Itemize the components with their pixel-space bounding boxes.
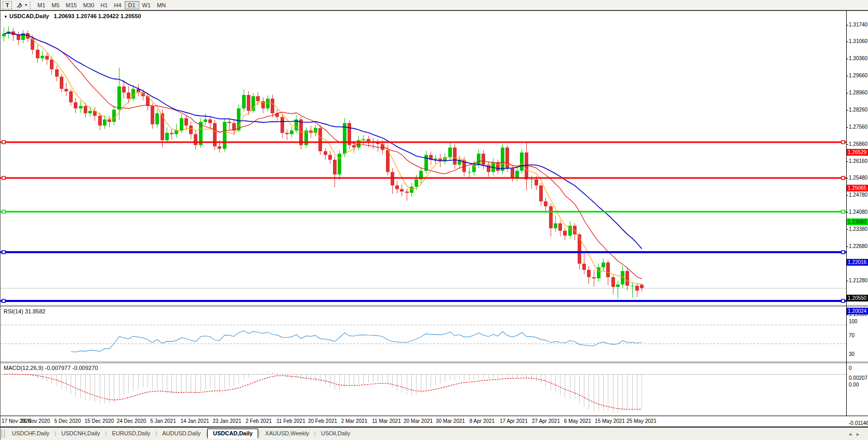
date-tick-label: 24 Dec 2020 xyxy=(117,418,146,424)
rsi-chart-canvas[interactable] xyxy=(1,307,846,362)
symbol-dropdown-icon[interactable]: ▼ xyxy=(4,15,8,19)
date-tick-label: 2 Feb 2021 xyxy=(246,418,272,424)
price-tick-label: 1.21280 xyxy=(849,278,867,283)
chart-symbol-label: USDCAD,Daily xyxy=(9,13,49,19)
chart-tab-bar: USDCHF,Daily|USDCNH,Daily|EURUSD,Daily|A… xyxy=(1,427,868,440)
rsi-axis-label: 30 xyxy=(849,351,854,357)
chart-tab-usdcnh[interactable]: USDCNH,Daily xyxy=(56,429,105,438)
timeframe-button-m1[interactable]: M1 xyxy=(34,1,48,9)
date-tick-label: 26 Nov 2020 xyxy=(21,418,50,424)
cursor-arrows-icon xyxy=(16,2,24,9)
chart-tab-usdchf[interactable]: USDCHF,Daily xyxy=(7,429,55,438)
hline-price-tag: 1.25065 xyxy=(847,185,868,191)
price-tick-label: 1.22680 xyxy=(849,243,867,249)
macd-label: MACD(12,26,9) -0.007977 -0.009270 xyxy=(4,365,98,371)
toolbar-grip xyxy=(30,2,32,9)
date-tick-label: 15 Dec 2020 xyxy=(85,418,114,424)
chart-quote-values: 1.20693 1.20746 1.20422 1.20550 xyxy=(54,13,141,19)
text-tool-button[interactable]: T xyxy=(3,1,12,9)
chart-window: ▼ USDCAD,Daily 1.20693 1.20746 1.20422 1… xyxy=(1,10,868,427)
date-tick-label: 2 Mar 2021 xyxy=(341,418,368,424)
tab-scroll-buttons: ◂▸ xyxy=(849,431,864,437)
date-tick-label: 6 May 2021 xyxy=(564,418,591,424)
macd-axis-label: -0.011462 xyxy=(849,420,868,426)
timeframe-button-m30[interactable]: M30 xyxy=(80,1,97,9)
macd-chart-canvas[interactable] xyxy=(1,363,846,416)
bid-price-tag: 1.20550 xyxy=(847,295,868,301)
rsi-label: RSI(14) 31.8582 xyxy=(4,308,46,314)
price-tick-label: 1.31060 xyxy=(849,38,867,44)
macd-indicator-panel[interactable]: MACD(12,26,9) -0.007977 -0.009270 xyxy=(1,363,847,416)
timeframe-button-h1[interactable]: H1 xyxy=(97,1,111,9)
rsi-axis-label: 100 xyxy=(849,319,858,324)
macd-axis-label: 0.002074 xyxy=(849,375,868,381)
date-tick-label: 14 Jan 2021 xyxy=(180,418,209,424)
date-tick-label: 5 Dec 2020 xyxy=(54,418,81,424)
chart-tab-usdcad[interactable]: USDCAD,Daily xyxy=(207,429,258,438)
date-tick-label: 25 May 2021 xyxy=(626,418,657,424)
hline-price-tag: 1.22016 xyxy=(847,259,868,266)
rsi-axis-label: 70 xyxy=(849,333,854,338)
timeframe-button-m15[interactable]: M15 xyxy=(63,1,80,9)
date-tick-label: 27 Apr 2021 xyxy=(532,418,560,424)
timeframe-button-h4[interactable]: H4 xyxy=(111,1,124,9)
date-axis[interactable]: 17 Nov 202026 Nov 20205 Dec 202015 Dec 2… xyxy=(1,416,868,427)
price-tick-label: 1.24780 xyxy=(849,192,867,198)
timeframe-button-w1[interactable]: W1 xyxy=(139,1,154,9)
rsi-indicator-panel[interactable]: RSI(14) 31.8582 xyxy=(1,307,847,362)
chart-tab-eurusd[interactable]: EURUSD,Daily xyxy=(106,429,155,438)
date-tick-label: 8 Apr 2021 xyxy=(470,418,495,424)
trading-app-window: T ▾ M1M5M15M30H1H4D1W1MN ▼ USDCAD,Daily … xyxy=(0,0,868,440)
price-tick-label: 1.23380 xyxy=(849,226,867,232)
dropdown-caret-icon: ▾ xyxy=(25,3,27,7)
timeframe-button-m5[interactable]: M5 xyxy=(48,1,62,9)
tab-scroll-left-icon[interactable]: ◂ xyxy=(849,431,857,437)
candlestick-chart-canvas[interactable] xyxy=(1,11,846,305)
price-tick-label: 1.28260 xyxy=(849,107,867,113)
price-tick-label: 1.24080 xyxy=(849,209,867,215)
date-tick-label: 5 Jan 2021 xyxy=(150,418,176,424)
cursor-tool-button[interactable]: ▾ xyxy=(16,1,27,9)
hline-price-tag: 1.26529 xyxy=(847,149,868,156)
timeframe-button-group: M1M5M15M30H1H4D1W1MN xyxy=(34,1,169,9)
chart-tabs: USDCHF,Daily|USDCNH,Daily|EURUSD,Daily|A… xyxy=(7,429,355,438)
macd-axis-label: 0.00 xyxy=(849,382,859,388)
hline-price-tag: 1.20024 xyxy=(847,308,868,314)
date-tick-label: 20 Feb 2021 xyxy=(308,418,337,424)
date-tick-label: 11 Feb 2021 xyxy=(276,418,305,424)
chart-tab-audusd[interactable]: AUDUSD,Daily xyxy=(157,429,206,438)
date-tick-label: 17 Apr 2021 xyxy=(500,418,528,424)
rsi-axis-label: 0 xyxy=(849,365,852,371)
tab-scroll-right-icon[interactable]: ▸ xyxy=(857,431,864,437)
chart-title: ▼ USDCAD,Daily 1.20693 1.20746 1.20422 1… xyxy=(4,13,141,19)
price-tick-label: 1.26160 xyxy=(849,158,867,164)
price-tick-label: 1.27560 xyxy=(849,124,867,130)
timeframe-button-d1[interactable]: D1 xyxy=(125,1,139,9)
date-tick-label: 15 May 2021 xyxy=(595,418,625,424)
price-tick-label: 1.28960 xyxy=(849,90,867,95)
date-tick-label: 23 Jan 2021 xyxy=(212,418,241,424)
hline-price-tag: 1.23683 xyxy=(847,218,868,225)
price-tick-label: 1.30360 xyxy=(849,56,867,61)
date-tick-label: 11 Mar 2021 xyxy=(372,418,400,424)
price-axis-line xyxy=(846,11,847,416)
price-chart-panel[interactable]: ▼ USDCAD,Daily 1.20693 1.20746 1.20422 1… xyxy=(1,11,847,305)
chart-tab-xauusd[interactable]: XAUUSD,Weekly xyxy=(260,429,314,438)
tab-bar-grip xyxy=(2,430,5,438)
chart-tab-usoil[interactable]: USOil,Daily xyxy=(316,429,355,438)
price-tick-label: 1.26860 xyxy=(849,141,867,147)
timeframe-button-mn[interactable]: MN xyxy=(154,1,169,9)
price-tick-label: 1.25480 xyxy=(849,175,867,181)
date-tick-label: 30 Mar 2021 xyxy=(436,418,465,424)
date-tick-label: 20 Mar 2021 xyxy=(404,418,433,424)
price-tick-label: 1.31740 xyxy=(849,22,867,28)
price-tick-label: 1.29660 xyxy=(849,73,867,78)
chart-toolbar: T ▾ M1M5M15M30H1H4D1W1MN xyxy=(1,0,868,10)
